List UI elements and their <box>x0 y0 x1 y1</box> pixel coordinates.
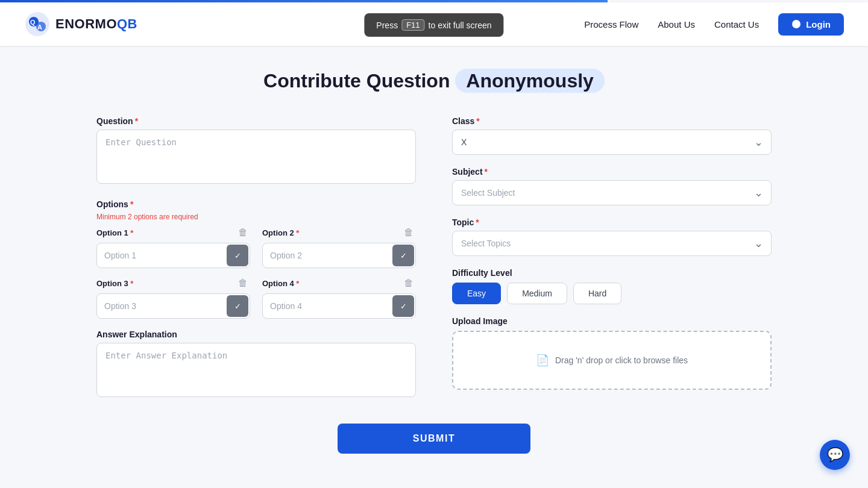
trash-icon-2: 🗑 <box>404 227 414 238</box>
option-1-input[interactable] <box>97 245 225 266</box>
toast-suffix: to exit full screen <box>429 20 492 30</box>
upload-file-icon: 📄 <box>536 354 549 367</box>
option-2-label: Option 2 * <box>262 228 299 237</box>
topic-select[interactable]: Select Topics Algebra Geometry <box>452 231 772 256</box>
topic-select-wrapper: Select Topics Algebra Geometry ⌄ <box>452 231 772 256</box>
chat-icon: 💬 <box>827 447 843 463</box>
google-icon: G <box>791 19 801 29</box>
chat-bubble[interactable]: 💬 <box>820 440 850 470</box>
svg-text:Q: Q <box>30 19 36 26</box>
upload-area[interactable]: 📄 Drag 'n' drop or click to browse files <box>452 331 772 390</box>
option-4-check-btn[interactable]: ✓ <box>392 295 414 317</box>
submit-row: SUBMIT <box>96 424 772 454</box>
subject-select-wrapper: Select Subject Mathematics Science Engli… <box>452 180 772 205</box>
option-4-delete-btn[interactable]: 🗑 <box>401 277 416 290</box>
class-select[interactable]: X VIII IX XI XII <box>452 130 772 155</box>
subject-label: Subject * <box>452 167 772 177</box>
difficulty-hard-btn[interactable]: Hard <box>573 283 621 304</box>
answer-explanation-field: Answer Explanation <box>96 330 416 399</box>
check-icon-4: ✓ <box>400 302 407 311</box>
trash-icon-3: 🗑 <box>238 278 248 289</box>
option-item-1: Option 1 * 🗑 ✓ <box>96 226 250 268</box>
main-content: Contribute Question Anonymously Question… <box>72 46 796 488</box>
upload-image-field: Upload Image 📄 Drag 'n' drop or click to… <box>452 316 772 390</box>
navbar: Q A ENORMOQB Press F11 to exit full scre… <box>0 2 868 46</box>
fullscreen-toast: Press F11 to exit full screen <box>364 13 503 37</box>
topic-field: Topic * Select Topics Algebra Geometry ⌄ <box>452 217 772 256</box>
option-2-delete-btn[interactable]: 🗑 <box>401 226 416 239</box>
option-1-check-btn[interactable]: ✓ <box>227 245 248 266</box>
class-select-wrapper: X VIII IX XI XII ⌄ <box>452 130 772 155</box>
option-3-delete-btn[interactable]: 🗑 <box>236 277 250 290</box>
option-1-delete-btn[interactable]: 🗑 <box>236 226 250 239</box>
logo-enormo: ENORMO <box>55 16 117 31</box>
subject-field: Subject * Select Subject Mathematics Sci… <box>452 167 772 205</box>
difficulty-easy-btn[interactable]: Easy <box>452 283 501 304</box>
form-section-left: Question * Options * Minimum 2 options a… <box>96 116 416 402</box>
title-part2: Anonymously <box>455 69 605 93</box>
option-1-label-row: Option 1 * 🗑 <box>96 226 250 239</box>
option-item-2: Option 2 * 🗑 ✓ <box>262 226 416 268</box>
option-2-check-btn[interactable]: ✓ <box>392 245 414 266</box>
option-item-3: Option 3 * 🗑 ✓ <box>96 277 250 319</box>
topic-label: Topic * <box>452 217 772 227</box>
options-required: * <box>130 199 133 209</box>
option-3-input-row: ✓ <box>96 293 250 319</box>
question-required: * <box>135 116 138 126</box>
option-3-label-row: Option 3 * 🗑 <box>96 277 250 290</box>
check-icon: ✓ <box>234 251 241 260</box>
option-2-input[interactable] <box>263 245 391 266</box>
upload-image-label: Upload Image <box>452 316 772 326</box>
option-1-input-row: ✓ <box>96 243 250 268</box>
form-layout: Question * Options * Minimum 2 options a… <box>96 116 772 402</box>
check-icon-2: ✓ <box>400 251 407 260</box>
question-field: Question * <box>96 116 416 186</box>
option-4-label: Option 4 * <box>262 279 299 288</box>
upload-drop-text: Drag 'n' drop or click to browse files <box>555 355 688 365</box>
submit-button[interactable]: SUBMIT <box>338 424 530 454</box>
options-hint: Minimum 2 options are required <box>96 213 416 221</box>
class-label: Class * <box>452 116 772 126</box>
option-1-label: Option 1 * <box>96 228 133 237</box>
options-label: Options * <box>96 199 416 209</box>
check-icon-3: ✓ <box>234 302 241 311</box>
logo-text: ENORMOQB <box>55 16 137 32</box>
options-section: Options * Minimum 2 options are required… <box>96 199 416 319</box>
option-2-input-row: ✓ <box>262 243 416 268</box>
option-3-check-btn[interactable]: ✓ <box>227 295 248 317</box>
svg-text:G: G <box>793 22 797 28</box>
class-field: Class * X VIII IX XI XII ⌄ <box>452 116 772 155</box>
login-button[interactable]: G Login <box>778 13 844 36</box>
page-title: Contribute Question Anonymously <box>96 70 772 92</box>
toast-prefix: Press <box>376 20 398 30</box>
logo-icon: Q A <box>24 11 51 37</box>
svg-text:A: A <box>37 23 42 31</box>
question-label: Question * <box>96 116 416 126</box>
form-section-right: Class * X VIII IX XI XII ⌄ Sub <box>452 116 772 402</box>
subject-select[interactable]: Select Subject Mathematics Science Engli… <box>452 180 772 205</box>
nav-links: Process Flow About Us Contact Us G Login <box>584 13 844 36</box>
question-input[interactable] <box>96 130 416 184</box>
option-item-4: Option 4 * 🗑 ✓ <box>262 277 416 319</box>
nav-link-contact-us[interactable]: Contact Us <box>714 19 759 30</box>
logo-qb: QB <box>117 16 137 31</box>
login-label: Login <box>806 19 831 30</box>
logo[interactable]: Q A ENORMOQB <box>24 11 137 37</box>
trash-icon: 🗑 <box>238 227 248 238</box>
difficulty-medium-btn[interactable]: Medium <box>507 283 567 304</box>
nav-link-about-us[interactable]: About Us <box>658 19 695 30</box>
option-4-input-row: ✓ <box>262 293 416 319</box>
option-3-label: Option 3 * <box>96 279 133 288</box>
difficulty-label: Difficulty Level <box>452 268 772 278</box>
option-4-input[interactable] <box>263 295 391 317</box>
answer-explanation-input[interactable] <box>96 343 416 397</box>
toast-key: F11 <box>401 19 424 31</box>
difficulty-buttons: Easy Medium Hard <box>452 283 772 304</box>
nav-link-process-flow[interactable]: Process Flow <box>584 19 638 30</box>
title-part1: Contribute Question <box>263 70 450 92</box>
option-2-label-row: Option 2 * 🗑 <box>262 226 416 239</box>
option-3-input[interactable] <box>97 295 225 317</box>
answer-explanation-label: Answer Explanation <box>96 330 416 339</box>
options-grid: Option 1 * 🗑 ✓ <box>96 226 416 319</box>
difficulty-field: Difficulty Level Easy Medium Hard <box>452 268 772 304</box>
